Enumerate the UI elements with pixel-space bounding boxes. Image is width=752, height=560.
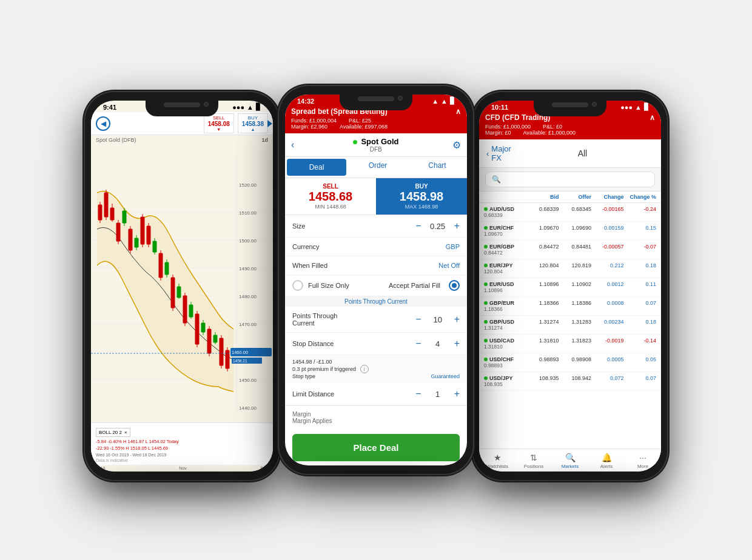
svg-text:1440.00: 1440.00	[239, 405, 257, 411]
market-item[interactable]: GBP/EUR 1.18366 1.18366 1.18386 0.0008 0…	[479, 297, 661, 316]
markets-screen: 10:11 ●●● ▲ ▊ CFD (CFD Trading) ∧ Funds:…	[479, 101, 661, 472]
more-label: More	[637, 464, 648, 469]
wifi-icon: ▲	[247, 104, 253, 111]
nav-watchlists[interactable]: ★ Watchlists	[479, 453, 515, 469]
stop-stepper[interactable]: − 4 +	[415, 338, 460, 349]
points-minus[interactable]: −	[415, 314, 421, 325]
points-stepper[interactable]: − 10 +	[415, 314, 460, 325]
deal-wifi-icon: ▲	[441, 98, 448, 105]
market-dot	[484, 245, 488, 248]
col-bid-header[interactable]: Bid	[526, 194, 559, 200]
size-minus[interactable]: −	[415, 221, 421, 232]
market-item[interactable]: EUR/USD 1.10896 1.10896 1.10902 0.0012 0…	[479, 278, 661, 297]
market-item[interactable]: USD/CAD 1.31810 1.31810 1.31823 -0.0019 …	[479, 335, 661, 353]
deal-sell-side[interactable]: SELL 1458.68 MIN 1448.68	[285, 178, 376, 215]
positions-label: Positions	[524, 464, 543, 469]
market-bid-col: 1.31810	[526, 338, 559, 344]
points-plus[interactable]: +	[454, 314, 460, 325]
market-item[interactable]: USD/JPY 108.935 108.935 108.942 0.072 0.…	[479, 372, 661, 391]
markets-nav-back[interactable]: ‹	[486, 149, 489, 158]
svg-text:1480.00: 1480.00	[239, 294, 257, 299]
currency-value[interactable]: GBP	[446, 243, 460, 250]
market-item[interactable]: USD/CHF 0.98893 0.98893 0.98908 0.0005 0…	[479, 353, 661, 372]
market-offer-col: 1.31283	[559, 319, 592, 325]
market-changepct-col: 0.11	[624, 281, 657, 287]
tab-deal[interactable]: Deal	[287, 159, 346, 176]
market-bid-small: 1.09670	[484, 231, 526, 237]
market-item[interactable]: GBP/USD 1.31274 1.31274 1.31283 0.00234 …	[479, 316, 661, 335]
sell-label: SELL	[208, 115, 230, 121]
when-filled-value[interactable]: Net Off	[438, 262, 460, 269]
market-bid-col: 0.68339	[526, 206, 559, 212]
markets-list: AUD/USD 0.68339 0.68339 0.68345 -0.00165…	[479, 203, 661, 448]
market-dot	[484, 301, 488, 305]
limit-minus[interactable]: −	[415, 388, 421, 399]
market-instrument: EUR/USD 1.10896	[484, 281, 526, 293]
buy-arrow-shape	[267, 120, 272, 127]
place-deal-button[interactable]: Place Deal	[292, 434, 460, 461]
size-stepper[interactable]: − 0.25 +	[415, 221, 460, 232]
market-item[interactable]: AUD/USD 0.68339 0.68339 0.68345 -0.00165…	[479, 203, 661, 222]
market-bid-col: 1.18366	[526, 300, 559, 306]
chart-header: ◀ SELL 1458.08 ▼ BUY 1458.38 ▲	[91, 112, 273, 135]
col-change-header[interactable]: Change	[591, 194, 624, 200]
tab-order[interactable]: Order	[348, 157, 408, 178]
deal-nav-back[interactable]: ‹	[291, 139, 294, 150]
market-item[interactable]: EUR/GBP 0.84472 0.84472 0.84481 -0.00057…	[479, 241, 661, 259]
tab-chart[interactable]: Chart	[408, 157, 467, 178]
nav-markets[interactable]: 🔍 Markets	[552, 453, 588, 469]
boll-close[interactable]: ×	[124, 430, 127, 435]
watchlists-label: Watchlists	[486, 464, 508, 469]
deal-header-title-row: Spread bet (Spread Betting) ∧	[291, 107, 461, 116]
deal-buy-side[interactable]: BUY 1458.98 MAX 1468.98	[376, 178, 467, 215]
market-change-col: -0.0019	[591, 338, 624, 344]
market-name: EUR/GBP	[484, 244, 526, 250]
stop-plus[interactable]: +	[454, 338, 460, 349]
points-through-header: Points Through Current	[285, 296, 467, 307]
search-box[interactable]: 🔍	[485, 172, 655, 187]
alerts-label: Alerts	[600, 464, 613, 469]
col-offer-header[interactable]: Offer	[559, 194, 592, 200]
size-plus[interactable]: +	[454, 221, 460, 232]
time-deal: 14:32	[297, 98, 314, 105]
markets-nav-category[interactable]: Major FX	[491, 144, 511, 162]
market-item[interactable]: EUR/JPY 120.804 120.804 120.819 0.212 0.…	[479, 259, 661, 278]
when-filled-label: When Filled	[292, 262, 438, 269]
chart-back-button[interactable]: ◀	[96, 116, 110, 131]
stop-type-value[interactable]: Guaranteed	[431, 373, 460, 379]
deal-buy-price: 1458.98	[380, 190, 463, 204]
nav-more[interactable]: ··· More	[625, 453, 661, 469]
market-item[interactable]: EUR/CHF 1.09670 1.09670 1.09690 0.00159 …	[479, 222, 661, 241]
market-changepct-col: 0.07	[624, 300, 657, 306]
chart-area[interactable]: 1520.00 1510.00 1500.00 1490.00 1480.00 …	[91, 145, 273, 422]
market-bid-small: 120.804	[484, 268, 526, 275]
market-changepct-col: -0.14	[624, 338, 657, 344]
nav-alerts[interactable]: 🔔 Alerts	[588, 453, 625, 469]
full-size-radio[interactable]	[292, 280, 303, 291]
size-value: 0.25	[429, 222, 447, 231]
market-name: AUD/USD	[484, 206, 526, 212]
markets-close-btn[interactable]: ∧	[650, 113, 655, 122]
market-offer-col: 0.68345	[559, 206, 592, 212]
partial-fill-radio[interactable]	[449, 280, 460, 291]
markets-margin: Margin: £0	[485, 130, 511, 136]
stat-line-2: -22.93 -1.55% H 1518.05 L 1445.69	[96, 445, 268, 452]
stop-minus[interactable]: −	[415, 338, 421, 349]
deal-available: Available: £997,068	[340, 124, 388, 130]
chart-buy-box[interactable]: BUY 1458.38 ▲	[238, 113, 268, 133]
sell-arrow: ▼	[208, 127, 230, 132]
deal-signal-icon: ▲	[432, 98, 438, 105]
chart-sell-box[interactable]: SELL 1458.08 ▼	[204, 113, 234, 133]
limit-plus[interactable]: +	[454, 388, 460, 399]
deal-nav-gear[interactable]: ⚙	[452, 139, 461, 151]
stop-info: 1454.98 / -£1.00 0.3 pt premium if trigg…	[285, 355, 467, 383]
points-through-label: Points ThroughCurrent	[292, 312, 415, 327]
boll-indicator[interactable]: BOLL 20 2 ×	[96, 428, 130, 437]
limit-stepper[interactable]: − 1 +	[415, 388, 460, 399]
deal-close-btn[interactable]: ∧	[455, 107, 461, 116]
info-icon[interactable]: i	[360, 365, 369, 373]
col-changepct-header[interactable]: Change %	[624, 194, 657, 200]
deal-nav: ‹ Spot Gold DFB ⚙	[285, 133, 467, 157]
chart-timeframe[interactable]: 1d	[261, 137, 268, 143]
nav-positions[interactable]: ⇅ Positions	[515, 453, 552, 469]
